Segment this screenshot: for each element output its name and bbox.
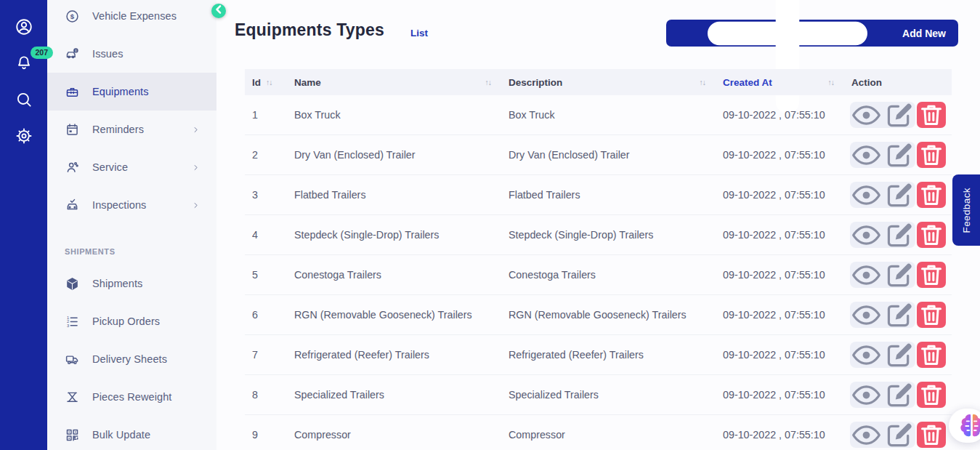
icon-rail: 207	[0, 0, 47, 450]
breadcrumb-list-link[interactable]: List	[410, 28, 428, 39]
profile-icon[interactable]	[15, 17, 33, 36]
ai-assistant-button[interactable]	[949, 409, 980, 443]
edit-button[interactable]	[883, 222, 915, 248]
cell-description: Dry Van (Enclosed) Trailer	[501, 149, 716, 161]
search-icon[interactable]	[15, 90, 33, 109]
sidebar-item-label: Pieces Reweight	[92, 391, 172, 403]
delete-button[interactable]	[917, 342, 946, 368]
ordered-list-icon: 123	[65, 314, 80, 329]
sidebar-item-pieces-reweight[interactable]: Pieces Reweight	[47, 378, 216, 416]
eye-icon	[850, 219, 883, 252]
trash-icon	[917, 100, 946, 129]
edit-button[interactable]	[883, 142, 915, 168]
cell-created-at: 09-10-2022 , 07:55:10	[716, 109, 844, 121]
add-new-label: Add New	[902, 28, 946, 39]
trash-icon	[917, 180, 946, 209]
trash-icon	[917, 260, 946, 289]
sidebar-item-label: Shipments	[92, 278, 142, 289]
sidebar-item-equipments[interactable]: Equipments	[47, 73, 216, 111]
column-header-id[interactable]: Id ↑↓	[245, 77, 287, 88]
edit-button[interactable]	[883, 342, 915, 368]
sidebar-item-label: Equipments	[92, 86, 149, 97]
delete-button[interactable]	[917, 182, 946, 208]
cell-created-at: 09-10-2022 , 07:55:10	[716, 389, 844, 401]
cell-description: Refrigerated (Reefer) Trailers	[501, 349, 716, 361]
cell-description: Flatbed Trailers	[501, 189, 716, 201]
delete-button[interactable]	[917, 262, 946, 288]
column-header-description[interactable]: Description ↑↓	[501, 77, 716, 88]
cell-created-at: 09-10-2022 , 07:55:10	[716, 349, 844, 361]
chevron-right-icon	[191, 163, 201, 172]
edit-icon	[883, 179, 915, 212]
view-button[interactable]	[850, 342, 883, 368]
sidebar-item-service[interactable]: Service	[47, 148, 216, 186]
view-button[interactable]	[850, 382, 883, 408]
cell-name: Dry Van (Enclosed) Trailer	[287, 149, 501, 161]
edit-icon	[883, 139, 915, 172]
sort-icon: ↑↓	[266, 78, 272, 87]
cell-description: Conestoga Trailers	[501, 269, 716, 281]
action-button-group	[850, 102, 915, 128]
trash-icon	[917, 420, 946, 449]
view-button[interactable]	[850, 102, 883, 128]
column-header-name[interactable]: Name ↑↓	[287, 77, 501, 88]
main-content: Equipments Types List Add New Id ↑↓ Name…	[216, 0, 980, 450]
toolbox-icon	[65, 84, 80, 100]
sidebar-item-label: Pickup Orders	[92, 316, 160, 327]
edit-button[interactable]	[883, 302, 915, 328]
delete-button[interactable]	[917, 422, 946, 448]
delete-button[interactable]	[917, 102, 946, 128]
view-button[interactable]	[850, 182, 883, 208]
cell-name: Flatbed Trailers	[287, 189, 501, 201]
sidebar-item-delivery-sheets[interactable]: Delivery Sheets	[47, 340, 216, 378]
view-button[interactable]	[850, 142, 883, 168]
delete-button[interactable]	[917, 222, 946, 248]
sidebar-item-label: Service	[92, 161, 128, 173]
sidebar-item-reminders[interactable]: Reminders	[47, 111, 216, 148]
cell-name: RGN (Removable Gooseneck) Trailers	[287, 309, 501, 321]
table-header-row: Id ↑↓ Name ↑↓ Description ↑↓ Created At …	[245, 69, 952, 95]
notifications-bell-icon[interactable]: 207	[15, 54, 33, 73]
page-header: Equipments Types List Add New	[216, 0, 980, 69]
add-new-button[interactable]: Add New	[666, 20, 958, 47]
edit-icon	[883, 339, 915, 371]
sidebar: $Vehicle Expenses!IssuesEquipmentsRemind…	[47, 0, 216, 450]
edit-icon	[883, 419, 915, 450]
edit-button[interactable]	[883, 422, 915, 448]
column-header-created-at[interactable]: Created At ↑↓	[716, 77, 844, 88]
sidebar-item-inspections[interactable]: Inspections	[47, 186, 216, 224]
sidebar-main-list: $Vehicle Expenses!IssuesEquipmentsRemind…	[47, 0, 216, 224]
page-title: Equipments Types	[235, 20, 384, 40]
edit-button[interactable]	[883, 182, 915, 208]
sidebar-item-shipments[interactable]: Shipments	[47, 265, 216, 302]
delete-button[interactable]	[917, 302, 946, 328]
column-header-action: Action	[844, 77, 952, 88]
view-button[interactable]	[850, 422, 883, 448]
delete-button[interactable]	[917, 142, 946, 168]
sidebar-item-issues[interactable]: !Issues	[47, 35, 216, 73]
sidebar-item-vehicle-expenses[interactable]: $Vehicle Expenses	[47, 0, 216, 35]
gear-icon[interactable]	[15, 126, 33, 145]
sidebar-collapse-button[interactable]	[211, 4, 226, 18]
action-button-group	[850, 182, 915, 208]
car-alert-icon: !	[65, 47, 80, 62]
view-button[interactable]	[850, 302, 883, 328]
edit-button[interactable]	[883, 262, 915, 288]
edit-button[interactable]	[883, 102, 915, 128]
view-button[interactable]	[850, 222, 883, 248]
cell-description: Specialized Trailers	[501, 389, 716, 401]
scale-icon	[65, 390, 80, 405]
edit-button[interactable]	[883, 382, 915, 408]
view-button[interactable]	[850, 262, 883, 288]
cell-id: 2	[245, 149, 287, 161]
svg-text:3: 3	[67, 323, 69, 327]
sidebar-item-pickup-orders[interactable]: 123Pickup Orders	[47, 302, 216, 340]
eye-icon	[850, 379, 883, 411]
mechanic-icon	[65, 160, 80, 175]
cell-id: 8	[245, 389, 287, 401]
table-row: 2 Dry Van (Enclosed) Trailer Dry Van (En…	[245, 135, 952, 175]
sidebar-item-bulk-update[interactable]: Bulk Update	[47, 416, 216, 450]
feedback-tab[interactable]: Feedback	[952, 174, 980, 246]
cell-created-at: 09-10-2022 , 07:55:10	[716, 229, 844, 241]
delete-button[interactable]	[917, 382, 946, 408]
